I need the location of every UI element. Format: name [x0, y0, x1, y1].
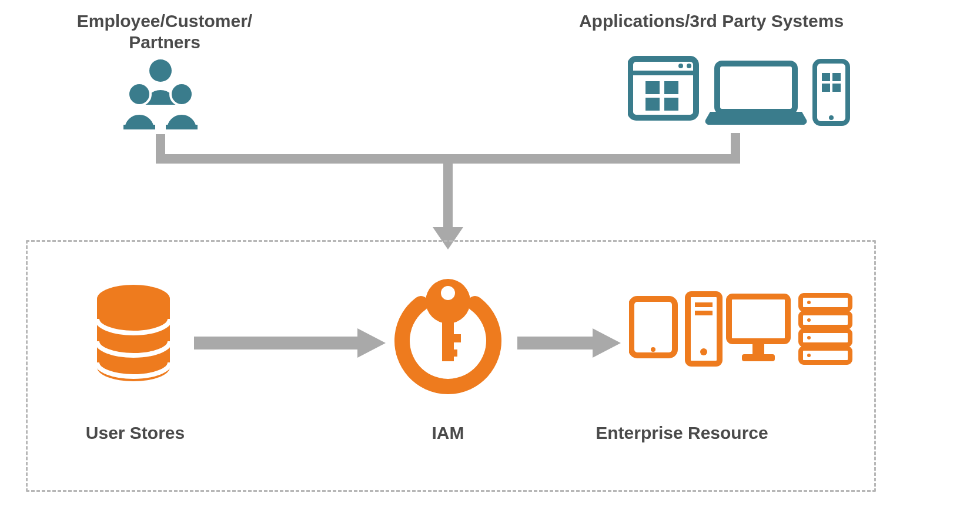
svg-rect-38	[631, 299, 675, 355]
svg-rect-41	[695, 302, 713, 307]
svg-point-52	[807, 318, 811, 322]
svg-point-39	[651, 347, 655, 352]
label-user-stores: User Stores	[65, 422, 206, 444]
svg-rect-44	[729, 297, 788, 341]
svg-rect-45	[752, 344, 764, 354]
svg-rect-34	[442, 334, 461, 342]
svg-rect-46	[742, 354, 775, 361]
svg-rect-29	[194, 337, 362, 349]
key-power-icon	[389, 264, 507, 399]
svg-point-53	[807, 336, 811, 339]
svg-rect-35	[442, 349, 457, 357]
svg-rect-42	[695, 311, 713, 315]
svg-point-32	[441, 286, 455, 300]
svg-point-51	[807, 301, 811, 304]
svg-point-43	[700, 348, 707, 355]
svg-point-31	[426, 279, 470, 324]
arrow-iam-enterprise	[517, 327, 623, 362]
svg-rect-24	[443, 154, 453, 231]
svg-point-54	[807, 354, 811, 357]
arrow-userstores-iam	[194, 327, 388, 362]
enterprise-devices-icon	[629, 288, 852, 388]
connector-top	[0, 0, 980, 259]
database-icon	[89, 284, 178, 390]
label-iam: IAM	[401, 422, 495, 444]
svg-rect-36	[517, 337, 596, 349]
svg-marker-30	[357, 328, 386, 358]
svg-marker-37	[593, 328, 621, 358]
label-enterprise-resource: Enterprise Resource	[576, 422, 788, 444]
